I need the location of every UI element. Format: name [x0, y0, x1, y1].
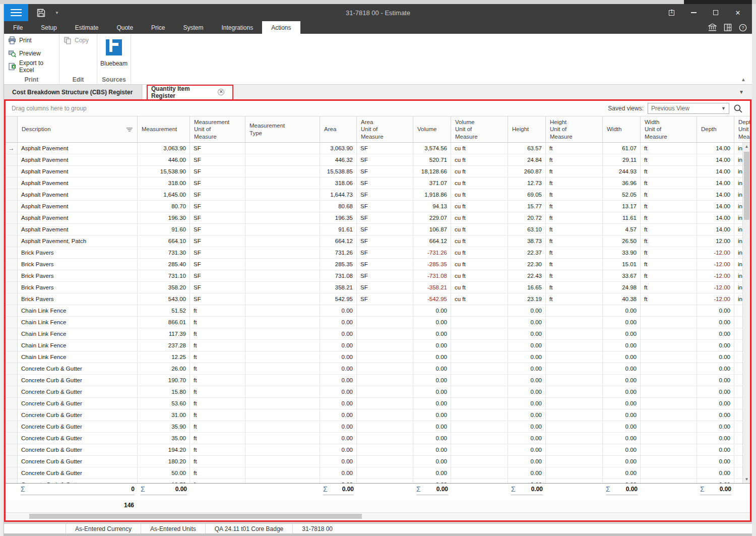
cell[interactable]: cu ft [451, 282, 508, 293]
cell[interactable] [245, 409, 320, 421]
cell[interactable]: ft [190, 479, 245, 483]
cell[interactable] [546, 444, 603, 455]
cell[interactable]: 0.00 [508, 328, 546, 339]
scroll-up-icon[interactable]: ▲ [743, 143, 750, 150]
table-row[interactable]: Concrete Curb & Gutter31.00ft0.000.000.0… [6, 409, 750, 421]
cell[interactable]: 0.00 [697, 340, 734, 351]
cell[interactable] [245, 177, 320, 189]
cell[interactable]: 731.08 [320, 270, 357, 281]
cell[interactable]: 0.00 [413, 363, 451, 374]
cell[interactable]: Concrete Curb & Gutter [18, 409, 138, 421]
cell[interactable]: 244.93 [603, 166, 641, 177]
tab-list-caret[interactable]: ▼ [739, 89, 744, 95]
cell[interactable]: 51.52 [138, 305, 190, 316]
cell[interactable]: 0.00 [508, 398, 546, 409]
cell[interactable]: 14.00 [697, 166, 734, 177]
print-button[interactable]: Print [4, 34, 59, 47]
cell[interactable]: 12.00 [697, 235, 734, 247]
cell[interactable]: 0.00 [413, 351, 451, 363]
cell[interactable]: Chain Link Fence [18, 351, 138, 363]
cell[interactable] [451, 444, 508, 455]
cell[interactable]: 15.77 [508, 201, 546, 212]
table-row[interactable]: Asphalt Pavement, Patch664.10SF664.12SF6… [6, 235, 750, 247]
cell[interactable] [451, 409, 508, 421]
column-header-width[interactable]: Width [603, 116, 641, 142]
horizontal-scroll-thumb[interactable] [29, 514, 362, 519]
cell[interactable] [245, 293, 320, 305]
table-row[interactable]: Concrete Curb & Gutter50.00ft0.000.000.0… [6, 467, 750, 479]
cell[interactable] [546, 398, 603, 409]
cell[interactable]: 0.00 [320, 398, 357, 409]
cell[interactable] [641, 340, 697, 351]
cell[interactable]: Chain Link Fence [18, 340, 138, 351]
cell[interactable]: cu ft [451, 224, 508, 235]
cell[interactable]: 731.30 [138, 247, 190, 258]
cell[interactable]: 11.61 [603, 212, 641, 223]
cell[interactable]: 14.00 [697, 177, 734, 189]
cell[interactable]: 36.96 [603, 177, 641, 189]
cell[interactable]: 0.00 [413, 433, 451, 444]
cell[interactable]: 0.00 [697, 421, 734, 432]
cell[interactable] [451, 363, 508, 374]
cell[interactable]: 196.35 [320, 212, 357, 223]
cell[interactable] [641, 467, 697, 479]
collapse-ribbon-button[interactable]: ▲ [741, 77, 746, 82]
cell[interactable]: ft [190, 409, 245, 421]
cell[interactable]: 0.00 [320, 328, 357, 339]
close-button[interactable]: ✕ [727, 4, 749, 21]
cell[interactable]: cu ft [451, 293, 508, 305]
cell[interactable]: 117.39 [138, 328, 190, 339]
cell[interactable]: 0.00 [320, 456, 357, 467]
cell[interactable]: 0.00 [697, 375, 734, 386]
cell[interactable] [451, 340, 508, 351]
cell[interactable]: 0.00 [603, 317, 641, 328]
cell[interactable]: 0.00 [413, 305, 451, 316]
cell[interactable]: SF [190, 201, 245, 212]
cell[interactable]: 0.00 [508, 467, 546, 479]
cell[interactable] [546, 363, 603, 374]
cell[interactable] [546, 305, 603, 316]
cell[interactable]: Asphalt Pavement, Patch [18, 235, 138, 247]
cell[interactable]: 664.12 [413, 235, 451, 247]
cell[interactable] [357, 317, 413, 328]
cell[interactable]: SF [357, 201, 413, 212]
cell[interactable]: 15.01 [603, 259, 641, 270]
cell[interactable]: 0.00 [320, 433, 357, 444]
cell[interactable]: SF [357, 177, 413, 189]
column-header-measurement[interactable]: Measurement [138, 116, 190, 142]
save-button[interactable] [32, 4, 49, 21]
cell[interactable]: ft [546, 282, 603, 293]
cell[interactable]: 0.00 [320, 375, 357, 386]
cell[interactable]: 0.00 [603, 421, 641, 432]
cell[interactable]: -12.00 [697, 259, 734, 270]
cell[interactable]: 0.00 [603, 340, 641, 351]
cell[interactable]: 0.00 [413, 328, 451, 339]
cell[interactable]: 0.00 [413, 375, 451, 386]
table-row[interactable]: Asphalt Pavement91.60SF91.61SF106.87cu f… [6, 224, 750, 235]
cell[interactable]: 12.73 [508, 177, 546, 189]
horizontal-scrollbar[interactable] [6, 512, 750, 519]
cell[interactable]: 0.00 [697, 398, 734, 409]
cell[interactable]: ft [190, 328, 245, 339]
cell[interactable]: 731.10 [138, 270, 190, 281]
cell[interactable]: Brick Pavers [18, 282, 138, 293]
cell[interactable]: 0.00 [697, 386, 734, 397]
cell[interactable]: cu ft [451, 235, 508, 247]
cell[interactable]: 0.00 [508, 433, 546, 444]
table-row[interactable]: Chain Link Fence51.52ft0.000.000.000.000… [6, 305, 750, 317]
cell[interactable] [245, 328, 320, 339]
cell[interactable] [357, 456, 413, 467]
cell[interactable]: ft [641, 247, 697, 258]
cell[interactable]: ft [641, 201, 697, 212]
cell[interactable] [546, 421, 603, 432]
cell[interactable]: ft [641, 270, 697, 281]
table-row[interactable]: Asphalt Pavement1,645.00SF1,644.73SF1,91… [6, 189, 750, 201]
cell[interactable]: -12.00 [697, 282, 734, 293]
table-row[interactable]: Concrete Curb & Gutter18.70ft0.000.000.0… [6, 479, 750, 483]
table-row[interactable]: Asphalt Pavement196.30SF196.35SF229.07cu… [6, 212, 750, 224]
cell[interactable]: ft [546, 177, 603, 189]
cell[interactable] [451, 398, 508, 409]
cell[interactable]: SF [190, 212, 245, 223]
scroll-down-icon[interactable]: ▼ [743, 475, 750, 483]
cell[interactable]: 358.21 [320, 282, 357, 293]
